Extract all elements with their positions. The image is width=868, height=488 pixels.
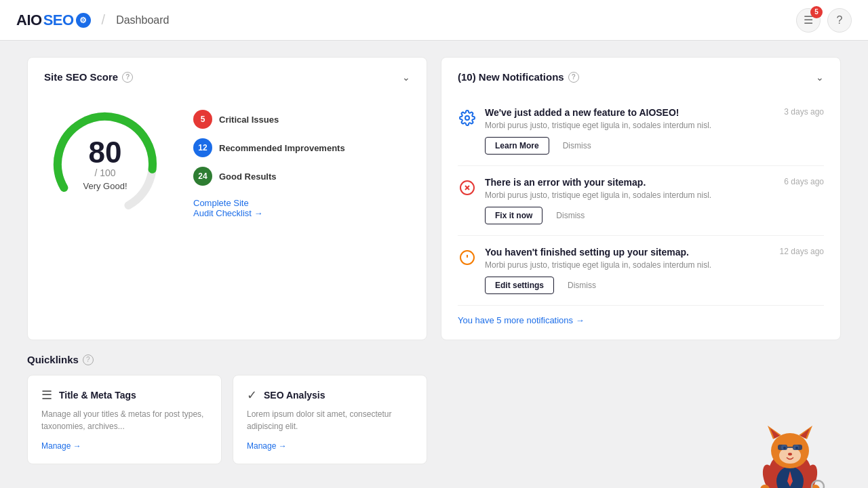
audit-checklist-link[interactable]: Audit Checklist → bbox=[193, 208, 345, 218]
score-number: 80 bbox=[83, 138, 127, 167]
good-results-item: 24 Good Results bbox=[193, 167, 345, 186]
notifications-header: (10) New Notifications ? ⌄ bbox=[458, 71, 824, 83]
notifications-button[interactable]: ☰ 5 bbox=[796, 8, 821, 33]
quicklinks-header: Quicklinks ? bbox=[27, 354, 427, 365]
svg-point-2 bbox=[465, 116, 469, 120]
seo-score-body: 80 / 100 Very Good! 5 Critical Issues 12… bbox=[44, 96, 410, 239]
quicklink-card-meta: ☰ Title & Meta Tags Manage all your titl… bbox=[27, 375, 222, 464]
score-denom: / 100 bbox=[83, 167, 127, 178]
notification-header-1: We've just added a new feature to AIOSEO… bbox=[485, 107, 824, 118]
score-text: 80 / 100 Very Good! bbox=[83, 138, 127, 191]
notifications-card: (10) New Notifications ? ⌄ bbox=[441, 57, 841, 340]
logo-seo-text: SEO bbox=[43, 12, 74, 29]
quicklink-card-seo-analysis: ✓ SEO Analysis Lorem ipsum dolor sit ame… bbox=[233, 375, 427, 464]
header-actions: ☰ 5 ? bbox=[796, 8, 852, 33]
svg-rect-29 bbox=[778, 445, 787, 450]
notification-time-3: 12 days ago bbox=[780, 247, 824, 256]
good-results-label: Good Results bbox=[219, 171, 277, 182]
bottom-section: Quicklinks ? ☰ Title & Meta Tags Manage … bbox=[27, 354, 841, 464]
more-notifications: You have 5 more notifications → bbox=[458, 306, 824, 326]
seo-score-card: Site SEO Score ? ⌄ 80 / 100 bbox=[27, 57, 427, 340]
logo: AIOSEO⚙ bbox=[16, 12, 91, 29]
main-content: Site SEO Score ? ⌄ 80 / 100 bbox=[0, 41, 868, 488]
dismiss-button-2[interactable]: Dismiss bbox=[548, 207, 593, 224]
quicklink-seo-icon: ✓ bbox=[247, 388, 257, 403]
seo-score-title: Site SEO Score ? bbox=[44, 71, 133, 83]
notification-actions-3: Edit settings Dismiss bbox=[485, 277, 824, 294]
logo-aio-text: AIO bbox=[16, 12, 42, 29]
critical-issues-label: Critical Issues bbox=[219, 115, 279, 125]
notification-title-3: You haven't finished setting up your sit… bbox=[485, 247, 772, 258]
quicklinks-title: Quicklinks bbox=[27, 354, 79, 365]
dashboard-grid: Site SEO Score ? ⌄ 80 / 100 bbox=[27, 57, 841, 340]
logo-icon: ⚙ bbox=[76, 13, 91, 28]
quicklink-meta-title: Title & Meta Tags bbox=[59, 390, 136, 401]
quicklink-seo-title: SEO Analysis bbox=[264, 390, 326, 401]
score-label: Very Good! bbox=[83, 181, 127, 191]
notification-header-3: You haven't finished setting up your sit… bbox=[485, 247, 824, 258]
notification-warning-icon bbox=[458, 248, 477, 267]
notification-header-2: There is an error with your sitemap. 6 d… bbox=[485, 177, 824, 188]
notification-content-1: We've just added a new feature to AIOSEO… bbox=[485, 107, 824, 155]
quicklink-meta-manage-link[interactable]: Manage → bbox=[41, 441, 81, 451]
notification-error-icon bbox=[458, 178, 477, 197]
notification-title-1: We've just added a new feature to AIOSEO… bbox=[485, 107, 776, 118]
question-icon: ? bbox=[837, 14, 843, 26]
score-details: 5 Critical Issues 12 Recommended Improve… bbox=[193, 110, 345, 218]
notification-row-2: There is an error with your sitemap. 6 d… bbox=[458, 177, 824, 224]
notifications-title: (10) New Notifications ? bbox=[458, 71, 579, 83]
score-circle: 80 / 100 Very Good! bbox=[44, 103, 166, 225]
fix-it-now-button[interactable]: Fix it now bbox=[485, 207, 542, 224]
notification-item-1: We've just added a new feature to AIOSEO… bbox=[458, 96, 824, 166]
recommended-item: 12 Recommended Improvements bbox=[193, 138, 345, 157]
quicklink-seo-manage-link[interactable]: Manage → bbox=[247, 441, 287, 451]
quicklink-meta-header: ☰ Title & Meta Tags bbox=[41, 388, 208, 403]
notification-content-2: There is an error with your sitemap. 6 d… bbox=[485, 177, 824, 224]
notification-body-2: Morbi purus justo, tristique eget ligula… bbox=[485, 190, 824, 200]
notification-content-3: You haven't finished setting up your sit… bbox=[485, 247, 824, 294]
header: AIOSEO⚙ / Dashboard ☰ 5 ? bbox=[0, 0, 868, 41]
notification-item-3: You haven't finished setting up your sit… bbox=[458, 236, 824, 306]
recommended-label: Recommended Improvements bbox=[219, 143, 345, 153]
notification-row-3: You haven't finished setting up your sit… bbox=[458, 247, 824, 294]
notification-actions-1: Learn More Dismiss bbox=[485, 137, 824, 155]
quicklinks-help-icon[interactable]: ? bbox=[83, 354, 94, 365]
notification-time-1: 3 days ago bbox=[784, 107, 824, 117]
help-button[interactable]: ? bbox=[827, 8, 852, 33]
quicklink-seo-header: ✓ SEO Analysis bbox=[247, 388, 413, 403]
seo-score-chevron-icon[interactable]: ⌄ bbox=[402, 72, 410, 83]
dismiss-button-1[interactable]: Dismiss bbox=[555, 137, 599, 155]
svg-point-22 bbox=[788, 453, 792, 455]
quicklinks-section: Quicklinks ? ☰ Title & Meta Tags Manage … bbox=[27, 354, 427, 464]
notification-body-1: Morbi purus justo, tristique eget ligula… bbox=[485, 121, 824, 130]
dismiss-button-3[interactable]: Dismiss bbox=[559, 277, 604, 294]
quicklink-meta-desc: Manage all your titles & metas for post … bbox=[41, 408, 208, 432]
header-page-title: Dashboard bbox=[116, 14, 169, 26]
notifications-help-icon[interactable]: ? bbox=[568, 72, 579, 83]
critical-issues-item: 5 Critical Issues bbox=[193, 110, 345, 129]
learn-more-button[interactable]: Learn More bbox=[485, 137, 549, 155]
notification-gear-icon bbox=[458, 108, 477, 127]
svg-rect-30 bbox=[793, 445, 802, 450]
notification-title-2: There is an error with your sitemap. bbox=[485, 177, 776, 188]
notification-body-3: Morbi purus justo, tristique eget ligula… bbox=[485, 260, 824, 270]
good-results-badge: 24 bbox=[193, 167, 212, 186]
notification-time-2: 6 days ago bbox=[784, 177, 824, 186]
more-notifications-link[interactable]: You have 5 more notifications → bbox=[458, 315, 585, 325]
seo-score-header: Site SEO Score ? ⌄ bbox=[44, 71, 410, 83]
notification-row-1: We've just added a new feature to AIOSEO… bbox=[458, 107, 824, 155]
critical-issues-badge: 5 bbox=[193, 110, 212, 129]
edit-settings-button[interactable]: Edit settings bbox=[485, 277, 554, 294]
quicklinks-grid: ☰ Title & Meta Tags Manage all your titl… bbox=[27, 375, 427, 464]
quicklink-meta-icon: ☰ bbox=[41, 388, 52, 403]
notification-item-2: There is an error with your sitemap. 6 d… bbox=[458, 166, 824, 236]
audit-link[interactable]: Complete Site bbox=[193, 198, 345, 208]
fox-mascot bbox=[753, 413, 827, 488]
quicklink-seo-desc: Lorem ipsum dolor sit amet, consectetur … bbox=[247, 408, 413, 432]
notifications-chevron-icon[interactable]: ⌄ bbox=[816, 72, 824, 83]
notification-actions-2: Fix it now Dismiss bbox=[485, 207, 824, 224]
recommended-badge: 12 bbox=[193, 138, 212, 157]
header-divider: / bbox=[102, 12, 106, 28]
audit-links: Complete Site Audit Checklist → bbox=[193, 198, 345, 218]
notification-badge: 5 bbox=[810, 6, 823, 18]
